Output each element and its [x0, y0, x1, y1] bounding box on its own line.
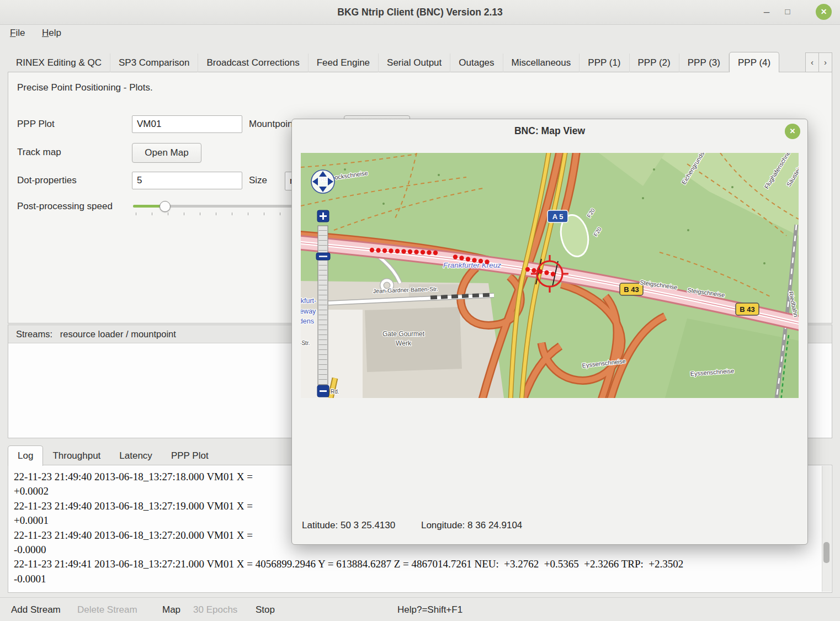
latitude-value: Latitude: 50 3 25.4130 — [302, 520, 395, 530]
track-map-label: Track map — [17, 143, 61, 162]
delete-stream-button: Delete Stream — [77, 598, 137, 621]
menu-bar: File Help — [0, 24, 840, 42]
label-gateway: Frankfurt- — [301, 297, 316, 305]
log-scrollbar[interactable] — [822, 466, 831, 592]
zoom-out-button[interactable] — [317, 385, 329, 397]
menu-file[interactable]: File — [7, 24, 28, 42]
map-canvas[interactable]: A 5 B 43 B 43 Frankfurter Kreuz Jean-Gar… — [301, 153, 799, 398]
zoom-slider-handle[interactable] — [316, 253, 330, 260]
tab-outages[interactable]: Outages — [450, 54, 503, 72]
badge-a5-label: A 5 — [552, 213, 563, 221]
close-button[interactable]: ✕ — [816, 4, 832, 20]
map-view-dialog: BNC: Map View ✕ — [291, 119, 808, 545]
tab-log[interactable]: Log — [8, 445, 43, 466]
bottom-toolbar: Add Stream Delete Stream Map 30 Epochs S… — [0, 597, 840, 621]
window-titlebar: BKG Ntrip Client (BNC) Version 2.13 – □ … — [0, 0, 840, 25]
map-building — [365, 307, 462, 372]
tab-scroll-buttons: ‹ › — [805, 52, 832, 72]
log-scrollbar-thumb[interactable] — [823, 542, 830, 563]
map-pan-control[interactable] — [311, 170, 334, 193]
maximize-button[interactable]: □ — [779, 0, 796, 24]
dot-size-input[interactable] — [132, 172, 242, 189]
epochs-button: 30 Epochs — [193, 598, 237, 621]
tab-serial-output[interactable]: Serial Output — [379, 54, 450, 72]
main-tab-bar: RINEX Editing & QC SP3 Comparison Broadc… — [8, 42, 804, 72]
speed-slider-handle[interactable] — [160, 201, 171, 212]
zoom-in-button[interactable] — [317, 210, 329, 222]
dialog-title: BNC: Map View — [292, 119, 807, 144]
open-map-button[interactable]: Open Map — [132, 143, 201, 163]
mountpoint-label: Mountpoint — [249, 115, 295, 134]
add-stream-button[interactable]: Add Stream — [11, 598, 61, 621]
label-poi: Gate Gourmet — [382, 330, 425, 338]
minimize-button[interactable]: – — [758, 0, 775, 24]
size-label: Size — [249, 171, 267, 190]
help-hint: Help?=Shift+F1 — [397, 598, 462, 621]
coordinate-status: Latitude: 50 3 25.4130 Longitude: 8 36 2… — [302, 520, 545, 531]
ppp-plot-input[interactable] — [132, 115, 242, 133]
label-poi: Werk — [396, 339, 412, 347]
tab-feed-engine[interactable]: Feed Engine — [309, 54, 379, 72]
tab-throughput[interactable]: Throughput — [43, 447, 110, 465]
tab-scroll-left-icon[interactable]: ‹ — [805, 52, 819, 72]
dialog-close-button[interactable]: ✕ — [785, 124, 800, 139]
tab-miscellaneous[interactable]: Miscellaneous — [503, 54, 580, 72]
panel-description: Precise Point Positioning - Plots. — [17, 82, 153, 93]
label-rd: Rd. — [331, 389, 339, 395]
label-gateway: Gateway — [301, 307, 316, 315]
label-junction: Frankfurter Kreuz — [443, 261, 501, 269]
tab-scroll-right-icon[interactable]: › — [819, 52, 832, 72]
tab-ppp-3[interactable]: PPP (3) — [679, 54, 729, 72]
stop-button[interactable]: Stop — [256, 598, 275, 621]
log-line: -0.0001 — [14, 572, 818, 586]
label-gateway: Gardens — [301, 317, 314, 325]
tab-ppp-plot[interactable]: PPP Plot — [162, 447, 218, 465]
map-button[interactable]: Map — [162, 598, 180, 621]
tab-broadcast-corrections[interactable]: Broadcast Corrections — [198, 54, 308, 72]
dot-properties-label: Dot-properties — [17, 171, 77, 190]
menu-help[interactable]: Help — [39, 24, 65, 42]
badge-b43-label: B 43 — [624, 285, 639, 294]
longitude-value: Longitude: 8 36 24.9104 — [421, 520, 522, 530]
tab-ppp-2[interactable]: PPP (2) — [630, 54, 679, 72]
badge-b43-label: B 43 — [740, 305, 754, 314]
post-processing-speed-label: Post-processing speed — [17, 197, 113, 216]
tab-latency[interactable]: Latency — [110, 447, 162, 465]
tab-sp3-comparison[interactable]: SP3 Comparison — [110, 54, 199, 72]
ppp-plot-label: PPP Plot — [17, 115, 55, 134]
log-tab-bar: Log Throughput Latency PPP Plot — [8, 445, 218, 465]
zoom-slider[interactable] — [318, 226, 328, 385]
map-road-stub — [331, 378, 335, 398]
label-rt-str: rt-Str. — [301, 340, 310, 346]
window-title: BKG Ntrip Client (BNC) Version 2.13 — [0, 0, 840, 24]
tab-ppp-1[interactable]: PPP (1) — [580, 54, 629, 72]
log-line: 22-11-23 21:49:41 2013-06-18_13:27:21.00… — [14, 557, 818, 571]
tab-rinex-editing[interactable]: RINEX Editing & QC — [8, 54, 110, 72]
tab-ppp-4[interactable]: PPP (4) — [729, 52, 779, 72]
